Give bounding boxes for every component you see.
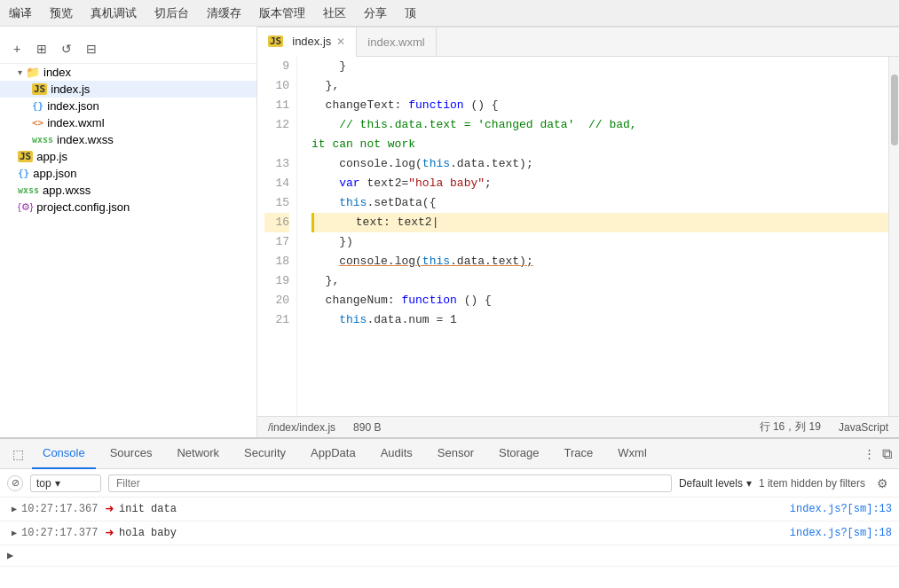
- console-input[interactable]: [20, 550, 892, 562]
- context-selector[interactable]: top ▾: [30, 474, 101, 492]
- collapse-btn[interactable]: ⊟: [82, 39, 101, 59]
- toolbar-background[interactable]: 切后台: [154, 5, 189, 21]
- folder-icon: 📁: [26, 66, 40, 79]
- json-icon: {}: [32, 100, 43, 112]
- level-selector[interactable]: Default levels ▾: [679, 477, 752, 490]
- editor-status-bar: /index/index.js 890 B 行 16，列 19 JavaScri…: [257, 416, 899, 437]
- tab-close-btn[interactable]: ✕: [336, 35, 345, 48]
- folder-index[interactable]: ▾ 📁 index: [0, 64, 256, 81]
- code-content-area: 9 10 11 12 13 14 15 16 17 18 19 20 21: [257, 57, 899, 416]
- devtab-security[interactable]: Security: [233, 439, 296, 469]
- devtab-wxml[interactable]: Wxml: [607, 439, 658, 469]
- toolbar-clear-cache[interactable]: 清缓存: [207, 5, 241, 21]
- editor-area: + ⊞ ↺ ⊟ ▾ 📁 index JS index.js {} index.j…: [0, 27, 899, 437]
- file-name: index.wxss: [57, 133, 114, 146]
- devtab-sources[interactable]: Sources: [99, 439, 163, 469]
- context-value: top: [36, 477, 51, 490]
- js-tab-icon: JS: [268, 35, 283, 47]
- main-container: + ⊞ ↺ ⊟ ▾ 📁 index JS index.js {} index.j…: [0, 27, 899, 588]
- code-line: }: [311, 57, 888, 76]
- scrollbar-thumb[interactable]: [891, 74, 898, 145]
- toolbar-compile[interactable]: 编译: [9, 5, 32, 21]
- file-name: index.json: [47, 99, 99, 113]
- file-app-js[interactable]: JS app.js: [0, 148, 256, 165]
- arrow-icon: ➜: [105, 500, 114, 518]
- code-line: var text2="hola baby";: [311, 174, 888, 193]
- code-line: changeNum: function () {: [311, 291, 888, 310]
- devtools-actions: ⋮ ⧉: [864, 446, 892, 462]
- arrow-icon: ➜: [105, 524, 114, 542]
- level-chevron-icon: ▾: [746, 477, 752, 490]
- top-toolbar: 编译 预览 真机调试 切后台 清缓存 版本管理 社区 分享 顶: [0, 0, 899, 27]
- sidebar-toolbar: + ⊞ ↺ ⊟: [0, 34, 256, 64]
- code-line: }): [311, 232, 888, 252]
- devtab-trace[interactable]: Trace: [554, 439, 604, 469]
- toolbar-version-mgmt[interactable]: 版本管理: [259, 5, 305, 21]
- wxss-icon: wxss: [32, 135, 53, 145]
- file-name: app.json: [33, 167, 76, 180]
- console-settings-btn[interactable]: ⚙: [872, 474, 892, 493]
- file-app-wxss[interactable]: wxss app.wxss: [0, 182, 256, 199]
- js-icon: JS: [32, 83, 47, 95]
- tab-index-wxml[interactable]: index.wxml: [357, 27, 436, 57]
- code-line: this.setData({: [311, 193, 888, 213]
- context-chevron-icon: ▾: [55, 477, 60, 490]
- folder-arrow-icon: ▾: [18, 67, 22, 77]
- editor-scrollbar[interactable]: [888, 57, 899, 416]
- line-numbers: 9 10 11 12 13 14 15 16 17 18 19 20 21: [257, 57, 297, 416]
- wxss-icon: wxss: [18, 185, 39, 195]
- level-label: Default levels: [679, 477, 743, 490]
- file-index-js[interactable]: JS index.js: [0, 81, 256, 98]
- console-input-row: ▶: [0, 545, 899, 567]
- devtab-storage[interactable]: Storage: [488, 439, 550, 469]
- toolbar-device-debug[interactable]: 真机调试: [91, 5, 137, 21]
- console-source-link[interactable]: index.js?[sm]:13: [790, 503, 892, 515]
- toolbar-share[interactable]: 分享: [364, 5, 387, 21]
- new-folder-btn[interactable]: ⊞: [32, 39, 51, 59]
- config-icon: {⚙}: [18, 201, 33, 213]
- tab-index-js[interactable]: JS index.js ✕: [257, 27, 357, 58]
- tab-label: index.js: [292, 35, 331, 48]
- file-name: app.wxss: [43, 184, 91, 197]
- cursor-position: 行 16，列 19: [760, 419, 821, 435]
- code-line: this.data.num = 1: [311, 310, 888, 330]
- console-timestamp: 10:27:17.377: [21, 527, 98, 539]
- toolbar-top[interactable]: 顶: [405, 5, 416, 21]
- expand-icon[interactable]: ▶: [7, 502, 21, 516]
- file-name: index.js: [51, 82, 90, 96]
- toolbar-preview[interactable]: 预览: [50, 5, 73, 21]
- devtools-more-icon[interactable]: ⋮: [864, 447, 875, 460]
- refresh-btn[interactable]: ↺: [57, 39, 76, 59]
- devtab-appdata[interactable]: AppData: [300, 439, 367, 469]
- file-name: index.wxml: [47, 116, 104, 129]
- file-index-wxml[interactable]: <> index.wxml: [0, 114, 256, 131]
- new-file-btn[interactable]: +: [7, 39, 27, 59]
- code-line: console.log(this.data.text);: [311, 252, 888, 271]
- devtab-console[interactable]: Console: [32, 439, 96, 469]
- console-source-link[interactable]: index.js?[sm]:18: [790, 527, 892, 539]
- console-message: hola baby: [119, 527, 790, 539]
- code-line: it can not work: [311, 135, 888, 154]
- hidden-items-info: 1 item hidden by filters: [759, 477, 865, 490]
- devtools-undock-icon[interactable]: ⧉: [882, 446, 892, 462]
- code-line: // this.data.text = 'changed data' // ba…: [311, 115, 888, 135]
- wxml-icon: <>: [32, 117, 43, 129]
- devtools-pointer-icon[interactable]: ⬚: [7, 443, 28, 465]
- toolbar-community[interactable]: 社区: [323, 5, 346, 21]
- devtab-audits[interactable]: Audits: [370, 439, 423, 469]
- console-row: ▶ 10:27:17.367 ➜ init data index.js?[sm]…: [0, 498, 899, 521]
- file-index-json[interactable]: {} index.json: [0, 98, 256, 114]
- filter-input[interactable]: [108, 474, 672, 492]
- code-line: changeText: function () {: [311, 96, 888, 115]
- file-index-wxss[interactable]: wxss index.wxss: [0, 131, 256, 148]
- code-line: text: text2|: [311, 213, 888, 232]
- file-project-config[interactable]: {⚙} project.config.json: [0, 199, 256, 216]
- code-line: console.log(this.data.text);: [311, 154, 888, 174]
- code-line: },: [311, 76, 888, 96]
- file-app-json[interactable]: {} app.json: [0, 165, 256, 182]
- devtab-sensor[interactable]: Sensor: [427, 439, 485, 469]
- devtab-network[interactable]: Network: [166, 439, 230, 469]
- expand-icon[interactable]: ▶: [7, 526, 21, 540]
- editor-tabs: JS index.js ✕ index.wxml: [257, 27, 899, 57]
- console-clear-btn[interactable]: ⊘: [7, 475, 23, 491]
